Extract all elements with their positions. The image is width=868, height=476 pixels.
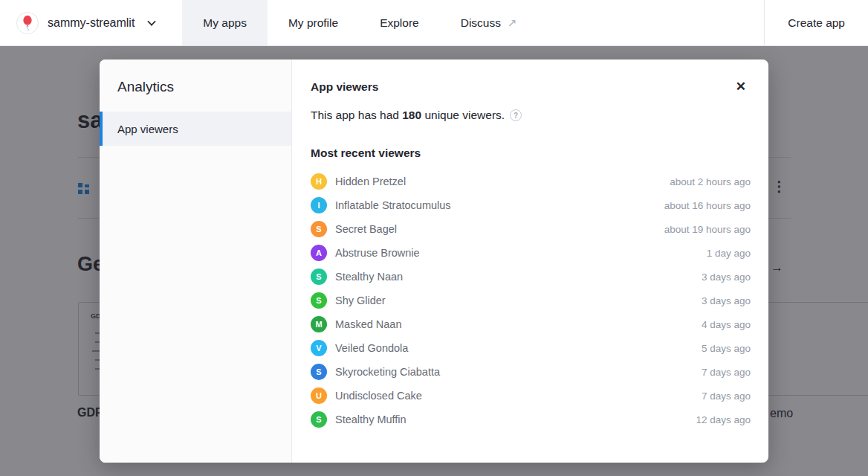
tab-discuss[interactable]: Discuss ↗ xyxy=(440,0,538,45)
viewer-avatar: U xyxy=(311,387,327,404)
tab-explore[interactable]: Explore xyxy=(359,0,440,45)
viewer-time: 7 days ago xyxy=(702,367,751,378)
viewer-row: S Stealthy Naan 3 days ago xyxy=(311,265,751,289)
viewer-name: Inflatable Stratocumulus xyxy=(335,199,451,211)
analytics-modal-sidebar: Analytics App viewers xyxy=(100,60,292,463)
viewer-name: Masked Naan xyxy=(335,318,401,330)
viewer-avatar: M xyxy=(311,316,327,332)
viewer-initial: S xyxy=(316,415,321,424)
panel-title: App viewers xyxy=(311,77,378,94)
most-recent-viewers-title: Most recent viewers xyxy=(311,147,751,160)
viewer-name: Stealthy Muffin xyxy=(335,414,407,425)
viewer-name: Secret Bagel xyxy=(335,223,397,235)
chevron-down-icon xyxy=(148,17,156,25)
viewer-name: Hidden Pretzel xyxy=(335,176,406,187)
viewer-initial: S xyxy=(316,225,321,234)
external-link-icon: ↗ xyxy=(508,16,517,30)
viewer-row: U Undisclosed Cake 7 days ago xyxy=(311,384,751,408)
viewer-row: S Skyrocketing Ciabatta 7 days ago xyxy=(311,360,751,384)
close-icon[interactable]: ✕ xyxy=(731,77,751,96)
viewer-row: S Secret Bagel about 19 hours ago xyxy=(311,217,751,241)
viewer-avatar: S xyxy=(311,364,327,380)
viewer-row: H Hidden Pretzel about 2 hours ago xyxy=(311,170,751,193)
panel-header: App viewers ✕ xyxy=(311,77,751,96)
viewer-row: I Inflatable Stratocumulus about 16 hour… xyxy=(311,193,751,217)
create-app-button[interactable]: Create app xyxy=(764,0,868,45)
help-icon[interactable]: ? xyxy=(510,109,522,121)
viewer-row: A Abstruse Brownie 1 day ago xyxy=(311,241,751,265)
viewer-avatar: V xyxy=(311,340,327,356)
viewer-name: Shy Glider xyxy=(335,295,386,306)
viewer-name: Stealthy Naan xyxy=(335,271,403,283)
viewer-avatar: S xyxy=(311,292,327,309)
viewer-initial: S xyxy=(316,367,321,376)
viewers-list: H Hidden Pretzel about 2 hours ago I Inf… xyxy=(311,170,751,431)
viewer-avatar: H xyxy=(311,173,327,190)
unique-viewers-summary: This app has had 180 unique viewers. ? xyxy=(311,109,751,122)
analytics-modal: Analytics App viewers App viewers ✕ This… xyxy=(100,60,768,463)
viewer-avatar: S xyxy=(311,411,327,428)
viewer-initial: V xyxy=(316,344,321,353)
viewer-avatar: S xyxy=(311,221,327,237)
navbar-right: Create app xyxy=(764,0,868,45)
viewer-time: about 2 hours ago xyxy=(670,176,751,187)
viewer-row: V Veiled Gondola 5 days ago xyxy=(311,336,751,360)
viewer-time: 7 days ago xyxy=(702,390,751,402)
viewer-row: S Shy Glider 3 days ago xyxy=(311,289,751,312)
sidebar-item-app-viewers[interactable]: App viewers xyxy=(100,112,291,146)
balloon-logo-icon xyxy=(16,12,39,34)
viewer-initial: H xyxy=(316,177,322,186)
nav-tabs: My apps My profile Explore Discuss ↗ xyxy=(182,0,537,45)
viewer-time: 4 days ago xyxy=(702,319,751,330)
viewer-initial: U xyxy=(316,391,322,400)
tab-discuss-label: Discuss xyxy=(461,16,501,30)
viewer-initial: S xyxy=(316,296,321,305)
viewer-initial: A xyxy=(316,248,322,257)
viewer-row: S Stealthy Muffin 12 days ago xyxy=(311,408,751,431)
viewer-time: 5 days ago xyxy=(702,343,751,354)
viewer-time: 3 days ago xyxy=(702,295,751,306)
viewer-time: 12 days ago xyxy=(696,414,751,425)
viewer-initial: M xyxy=(315,320,322,329)
viewer-time: about 19 hours ago xyxy=(664,224,751,235)
analytics-title: Analytics xyxy=(100,60,291,112)
app-viewers-panel: App viewers ✕ This app has had 180 uniqu… xyxy=(292,60,768,463)
viewer-initial: S xyxy=(316,272,321,281)
summary-prefix: This app has had xyxy=(311,109,402,122)
viewer-avatar: A xyxy=(311,245,327,261)
viewer-row: M Masked Naan 4 days ago xyxy=(311,312,751,336)
unique-viewers-count: 180 xyxy=(402,109,421,122)
viewer-avatar: I xyxy=(311,197,327,213)
viewer-time: 1 day ago xyxy=(707,248,751,259)
viewer-name: Skyrocketing Ciabatta xyxy=(335,366,440,378)
viewer-name: Undisclosed Cake xyxy=(335,390,422,402)
screen: sa ⋮ Get → GDP GDP emo xyxy=(0,0,868,476)
viewer-name: Abstruse Brownie xyxy=(335,247,420,259)
top-navbar: sammy-streamlit My apps My profile Explo… xyxy=(0,0,868,46)
viewer-time: about 16 hours ago xyxy=(664,200,751,211)
summary-suffix: unique viewers. xyxy=(421,109,505,122)
workspace-name: sammy-streamlit xyxy=(48,16,135,30)
viewer-time: 3 days ago xyxy=(702,271,751,283)
tab-my-apps[interactable]: My apps xyxy=(182,0,268,45)
viewer-avatar: S xyxy=(311,268,327,285)
viewer-initial: I xyxy=(317,201,320,210)
workspace-switcher[interactable]: sammy-streamlit xyxy=(0,0,173,45)
viewer-name: Veiled Gondola xyxy=(335,342,408,354)
tab-my-profile[interactable]: My profile xyxy=(268,0,359,45)
